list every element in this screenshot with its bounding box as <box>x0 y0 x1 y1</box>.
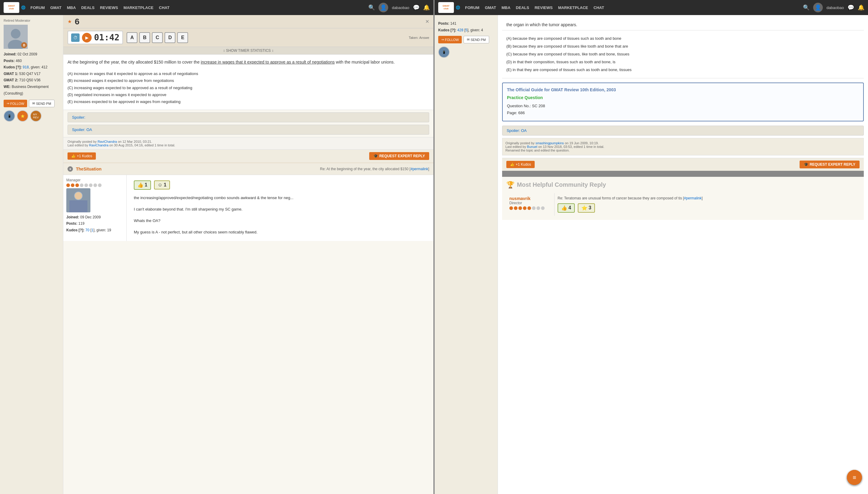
right-kudos-link[interactable]: 428 <box>457 28 463 32</box>
post-actions: 👍 +1 Kudos 🎓 REQUEST EXPERT REPLY <box>63 149 433 163</box>
smile-reaction[interactable]: ☺ 1 <box>154 180 170 189</box>
reply-username[interactable]: TheSituation <box>76 167 101 171</box>
dot-4 <box>80 184 84 187</box>
question-header: ★ 6 ✕ <box>63 15 433 28</box>
nav-bar-right: GMATclub 🌐 FORUM GMAT MBA DEALS REVIEWS … <box>435 0 868 15</box>
right-scroll-button[interactable]: ≡ <box>847 470 862 485</box>
official-guide-box: The Official Guide for GMAT Review 10th … <box>502 82 864 121</box>
globe-icon-right: 🌐 <box>456 5 460 10</box>
spoiler-1[interactable]: Spoiler: <box>68 112 429 122</box>
answer-e[interactable]: E <box>177 32 188 43</box>
community-star-reaction[interactable]: ⭐ 3 <box>578 203 595 213</box>
user-avatar-left[interactable]: 👤 <box>378 3 388 12</box>
permalink-link[interactable]: #permalink <box>410 167 428 171</box>
reply-sidebar: Manager <box>63 175 127 241</box>
left-panel: GMATclub 🌐 FORUM GMAT MBA DEALS REVIEWS … <box>0 0 433 494</box>
spoiler-2-link[interactable]: Spoiler: OA <box>72 128 92 132</box>
answer-choices: (A) increase in wages that it expected t… <box>68 70 429 106</box>
content-area-left: Retired Moderator B Joined: 02 Oct 2009 … <box>0 15 433 494</box>
spoiler-2[interactable]: Spoiler: OA <box>68 125 429 135</box>
comm-dot-1 <box>509 206 513 210</box>
community-permalink[interactable]: #permalink <box>684 196 702 200</box>
nav-deals-right[interactable]: DEALS <box>516 5 529 10</box>
follow-button[interactable]: ⇒ FOLLOW <box>4 100 27 107</box>
nav-forum-right[interactable]: FORUM <box>465 5 480 10</box>
nav-forum-left[interactable]: FORUM <box>31 5 45 10</box>
community-username[interactable]: nusmavrik <box>509 196 531 201</box>
reply-indicator: ● <box>68 166 73 172</box>
nav-mba-left[interactable]: MBA <box>67 5 76 10</box>
right-originally-posted: Originally posted by smashingpumpkins on… <box>505 141 861 145</box>
logo-right[interactable]: GMATclub 🌐 <box>438 2 460 13</box>
reply-kudos-link[interactable]: 70 <box>85 228 89 232</box>
user-avatar-right[interactable]: 👤 <box>813 3 823 12</box>
sidebar-left: Retired Moderator B Joined: 02 Oct 2009 … <box>0 15 63 494</box>
nav-mba-right[interactable]: MBA <box>501 5 511 10</box>
reply-user-info: Joined: 09 Dec 2009 Posts: 119 Kudos [?]… <box>66 214 123 234</box>
community-reply-body: nusmavrik Director <box>506 193 860 216</box>
pm-button[interactable]: ✉ SEND PM <box>29 100 54 107</box>
editor2-link[interactable]: Bunuel <box>527 145 537 149</box>
comm-dot-7 <box>536 206 540 210</box>
nav-gmat-right[interactable]: GMAT <box>485 5 496 10</box>
right-pm-button[interactable]: ✉ SEND PM <box>464 36 489 43</box>
poster2-link[interactable]: smashingpumpkins <box>536 141 564 145</box>
nav-marketplace-right[interactable]: MARKETPLACE <box>558 5 588 10</box>
username-left[interactable]: dabaobao <box>392 5 409 10</box>
post-footer: Originally posted by RaviChandra on 12 M… <box>63 137 433 149</box>
nav-gmat-left[interactable]: GMAT <box>50 5 61 10</box>
nav-chat-right[interactable]: CHAT <box>593 5 604 10</box>
spoiler-1-link[interactable]: Spoiler: <box>72 115 85 119</box>
reply-content: 👍 1 ☺ 1 the increasing/approved/expected… <box>127 175 433 241</box>
answer-d[interactable]: D <box>165 32 176 43</box>
right-follow-button[interactable]: ⇒ FOLLOW <box>438 36 462 43</box>
answer-options: A B C D E <box>127 32 188 43</box>
right-expert-reply-button[interactable]: 🎓 REQUEST EXPERT REPLY <box>799 160 860 168</box>
show-timer-stats[interactable]: ↕ SHOW TIMER STATISTICS ↕ <box>63 47 433 55</box>
poster1-link[interactable]: RaviChandra <box>98 140 117 144</box>
search-icon-left[interactable]: 🔍 <box>368 4 375 11</box>
comm-dot-3 <box>518 206 522 210</box>
close-icon[interactable]: ✕ <box>425 19 429 24</box>
sidebar-info: Joined: 02 Oct 2009 Posts: 460 Kudos [?]… <box>4 51 59 97</box>
answer-b[interactable]: B <box>139 32 150 43</box>
play-button[interactable]: ▶ <box>82 33 92 42</box>
notifications-icon-left[interactable]: 🔔 <box>423 4 430 11</box>
nav-reviews-left[interactable]: REVIEWS <box>100 5 118 10</box>
nav-reviews-right[interactable]: REVIEWS <box>535 5 553 10</box>
reply-text-3: Whats the OA? <box>130 215 430 227</box>
messages-icon-right[interactable]: 💬 <box>848 4 854 11</box>
right-last-edited: Last edited by Bunuel on 13 Nov 2018, 03… <box>505 145 861 149</box>
editor1-link[interactable]: RaviChandra <box>89 144 109 147</box>
nav-chat-left[interactable]: CHAT <box>159 5 169 10</box>
nav-right-left: 🔍 👤 dabaobao 💬 🔔 <box>368 3 430 12</box>
nav-deals-left[interactable]: DEALS <box>81 5 95 10</box>
sidebar-gmat2: 710 Q50 V36 <box>19 78 41 82</box>
sidebar-kudos[interactable]: 918 <box>23 65 29 69</box>
username-right[interactable]: dabaobao <box>826 5 844 10</box>
community-thumbs-reaction[interactable]: 👍 4 <box>558 203 575 213</box>
sidebar-joined: 02 Oct 2009 <box>17 52 37 56</box>
most-helpful-title: 🏆 Most Helpful Community Reply <box>506 181 860 189</box>
avatar-badge: B <box>21 42 27 48</box>
notifications-icon-right[interactable]: 🔔 <box>858 4 864 11</box>
logo-left[interactable]: GMATclub 🌐 <box>4 2 25 13</box>
reply-kudos-1-link[interactable]: 1 <box>91 228 93 232</box>
search-icon-right[interactable]: 🔍 <box>803 4 810 11</box>
right-kudos-button[interactable]: 👍 +1 Kudos <box>506 161 535 168</box>
right-post-footer: Originally posted by smashingpumpkins on… <box>502 138 864 155</box>
right-spoiler-link[interactable]: Spoiler: OA <box>506 128 527 133</box>
kudos-button[interactable]: 👍 +1 Kudos <box>68 152 96 160</box>
expert-reply-button[interactable]: 🎓 REQUEST EXPERT REPLY <box>369 152 429 160</box>
renamed-note: Renamed the topic and edited the questio… <box>505 149 861 152</box>
svg-rect-6 <box>69 200 87 212</box>
right-kudos-5-link[interactable]: 5 <box>465 28 467 32</box>
answer-a[interactable]: A <box>127 32 137 43</box>
right-spoiler-oa[interactable]: Spoiler: OA <box>502 126 864 136</box>
nav-marketplace-left[interactable]: MARKETPLACE <box>124 5 154 10</box>
thumbs-up-reaction[interactable]: 👍 1 <box>134 180 151 190</box>
answer-c[interactable]: C <box>152 32 163 43</box>
right-choices: (A) because they are composed of tissues… <box>506 35 860 74</box>
main-content-left: ★ 6 ✕ ⏱ ▶ 01:42 A B C D <box>63 15 433 494</box>
messages-icon-left[interactable]: 💬 <box>413 4 420 11</box>
